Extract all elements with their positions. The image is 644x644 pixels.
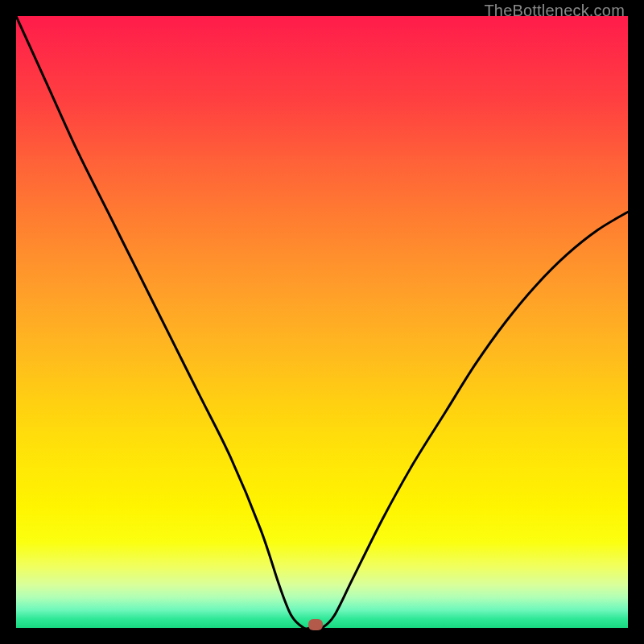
minimum-marker [308,619,323,630]
plot-area [16,16,628,628]
chart-frame: TheBottleneck.com [0,0,644,644]
bottleneck-curve [16,16,628,628]
curve-path [16,16,628,628]
